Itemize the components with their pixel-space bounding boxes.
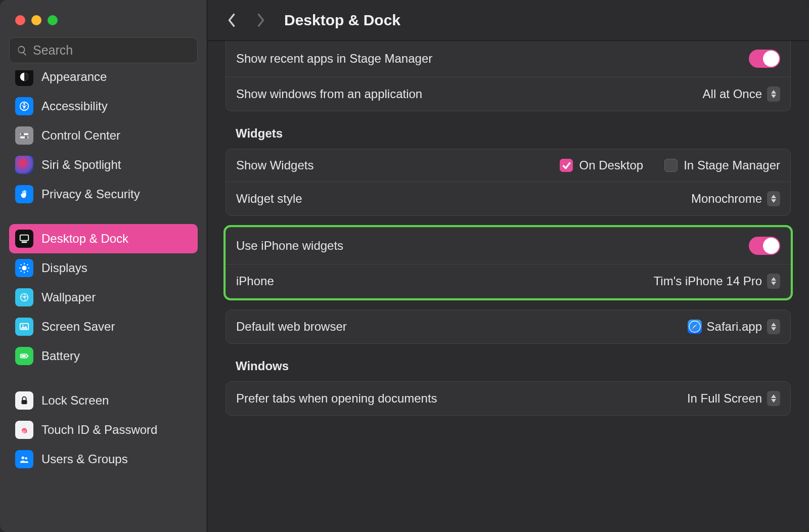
sidebar-item-label: Screen Saver <box>41 320 115 334</box>
default-browser-card: Default web browser Safari.app <box>226 309 791 344</box>
svg-point-9 <box>22 265 26 270</box>
svg-marker-30 <box>771 195 776 198</box>
row-widget-style: Widget style Monochrome <box>226 182 790 215</box>
sidebar-item-label: Displays <box>41 261 87 275</box>
titlebar: Desktop & Dock <box>207 0 809 41</box>
sidebar-item-users-groups[interactable]: Users & Groups <box>9 445 198 474</box>
svg-rect-25 <box>22 400 27 404</box>
sidebar-item-label: Touch ID & Password <box>41 423 157 437</box>
row-label: Prefer tabs when opening documents <box>236 391 437 406</box>
sidebar-item-appearance[interactable]: Appearance <box>9 70 198 92</box>
chevron-up-down-icon <box>767 319 780 334</box>
sidebar-item-privacy-security[interactable]: Privacy & Security <box>9 180 198 209</box>
svg-point-27 <box>25 457 27 460</box>
svg-point-26 <box>22 457 25 460</box>
sidebar-item-wallpaper[interactable]: Wallpaper <box>9 283 198 312</box>
svg-marker-40 <box>771 394 776 398</box>
row-label: Show windows from an application <box>236 87 422 101</box>
svg-rect-24 <box>22 355 26 357</box>
widgets-card-1: Show Widgets On Desktop In Stage Manager <box>226 149 791 216</box>
row-use-iphone-widgets: Use iPhone widgets <box>226 228 790 264</box>
toggle-show-recent-apps[interactable] <box>749 50 780 68</box>
select-value: Monochrome <box>691 192 762 206</box>
sidebar-item-desktop-dock[interactable]: Desktop & Dock <box>9 224 198 253</box>
checkbox-label: In Stage Manager <box>684 158 780 172</box>
select-default-browser[interactable]: Safari.app <box>688 319 780 334</box>
row-label: Use iPhone widgets <box>236 239 343 253</box>
screen-saver-icon <box>15 318 33 336</box>
sidebar-item-screen-saver[interactable]: Screen Saver <box>9 312 198 341</box>
row-show-windows-from-app: Show windows from an application All at … <box>226 77 790 111</box>
sidebar-item-label: Control Center <box>41 128 120 143</box>
sidebar-item-siri-spotlight[interactable]: Siri & Spotlight <box>9 150 198 180</box>
zoom-window-button[interactable] <box>48 15 58 25</box>
displays-icon <box>15 259 33 277</box>
lock-icon <box>15 391 33 410</box>
row-iphone: iPhone Tim's iPhone 14 Pro <box>226 264 790 298</box>
svg-marker-28 <box>771 90 776 94</box>
desktop-dock-icon <box>15 230 33 248</box>
select-value: Tim's iPhone 14 Pro <box>654 274 762 288</box>
page-title: Desktop & Dock <box>284 12 400 29</box>
nav-forward-button[interactable] <box>251 10 271 30</box>
row-prefer-tabs: Prefer tabs when opening documents In Fu… <box>226 382 790 415</box>
checkbox-on-desktop[interactable] <box>560 159 573 172</box>
svg-line-16 <box>21 271 22 272</box>
svg-rect-23 <box>27 355 28 357</box>
windows-card: Prefer tabs when opening documents In Fu… <box>226 381 791 416</box>
row-label: Show Widgets <box>236 158 313 172</box>
search-input[interactable]: Search <box>9 37 198 63</box>
sidebar-item-battery[interactable]: Battery <box>9 341 198 371</box>
select-show-windows-from-app[interactable]: All at Once <box>703 86 780 102</box>
sidebar-item-lock-screen[interactable]: Lock Screen <box>9 386 198 415</box>
sidebar-item-touch-id-password[interactable]: Touch ID & Password <box>9 415 198 445</box>
row-show-recent-apps: Show recent apps in Stage Manager <box>226 41 790 77</box>
widgets-iphone-card: Use iPhone widgets iPhone Tim's iPhone 1… <box>226 227 791 298</box>
checkbox-in-stage-manager[interactable] <box>664 159 678 172</box>
sidebar-item-displays[interactable]: Displays <box>9 253 198 283</box>
svg-point-19 <box>23 296 25 298</box>
row-show-widgets: Show Widgets On Desktop In Stage Manager <box>226 149 790 182</box>
svg-marker-33 <box>771 282 776 285</box>
close-window-button[interactable] <box>15 15 25 25</box>
users-icon <box>15 450 33 468</box>
section-title-widgets: Widgets <box>236 126 791 141</box>
sidebar-item-control-center[interactable]: Control Center <box>9 121 198 150</box>
row-label: iPhone <box>236 274 274 288</box>
row-label: Show recent apps in Stage Manager <box>236 52 432 66</box>
svg-point-2 <box>23 103 25 105</box>
nav-back-button[interactable] <box>221 10 242 30</box>
svg-line-17 <box>27 264 28 265</box>
svg-marker-29 <box>771 95 776 98</box>
minimize-window-button[interactable] <box>31 15 41 25</box>
svg-line-14 <box>21 264 22 265</box>
chevron-up-down-icon <box>767 274 780 289</box>
safari-icon <box>688 320 702 334</box>
svg-marker-41 <box>771 399 776 403</box>
wallpaper-icon <box>15 288 33 306</box>
sidebar-item-label: Users & Groups <box>41 452 128 466</box>
search-icon <box>17 45 28 56</box>
section-title-windows: Windows <box>236 359 791 373</box>
control-center-icon <box>15 126 33 145</box>
svg-rect-8 <box>22 242 27 243</box>
select-value: Safari.app <box>707 320 762 334</box>
sidebar-item-label: Lock Screen <box>41 393 109 408</box>
sidebar-item-accessibility[interactable]: Accessibility <box>9 92 198 121</box>
svg-rect-20 <box>20 324 29 330</box>
sidebar-item-label: Siri & Spotlight <box>41 158 121 172</box>
sidebar-item-label: Privacy & Security <box>41 187 140 201</box>
select-prefer-tabs[interactable]: In Full Screen <box>687 391 780 406</box>
content: Show recent apps in Stage Manager Show w… <box>207 41 809 532</box>
sidebar-item-label: Appearance <box>41 70 107 84</box>
select-widget-style[interactable]: Monochrome <box>691 191 780 206</box>
battery-icon <box>15 347 33 365</box>
svg-point-6 <box>25 136 27 139</box>
chevron-up-down-icon <box>767 86 780 102</box>
svg-point-21 <box>22 325 24 326</box>
svg-marker-31 <box>771 199 776 203</box>
svg-point-5 <box>21 133 24 136</box>
toggle-use-iphone-widgets[interactable] <box>749 237 780 255</box>
settings-window: Search Appearance Accessibility Contr <box>0 0 809 532</box>
select-iphone[interactable]: Tim's iPhone 14 Pro <box>654 274 780 289</box>
